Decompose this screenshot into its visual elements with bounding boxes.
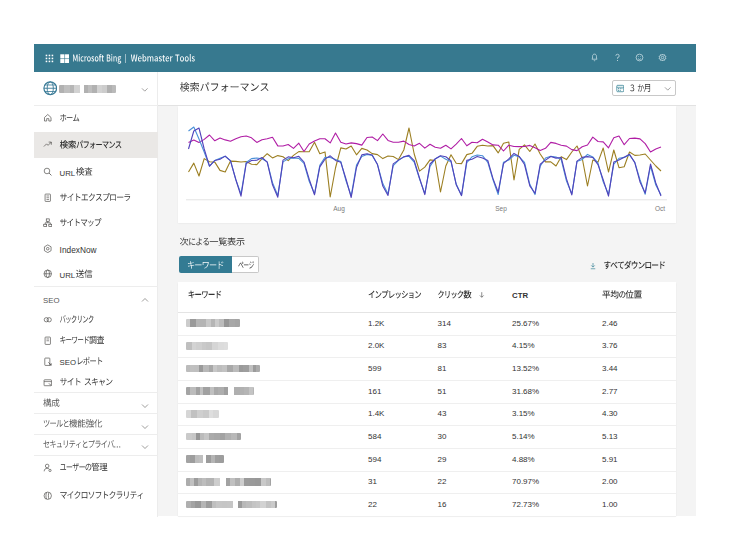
svg-text:Sep: Sep	[495, 205, 507, 213]
svg-text:Aug: Aug	[333, 205, 345, 213]
svg-text:Oct: Oct	[655, 205, 665, 212]
